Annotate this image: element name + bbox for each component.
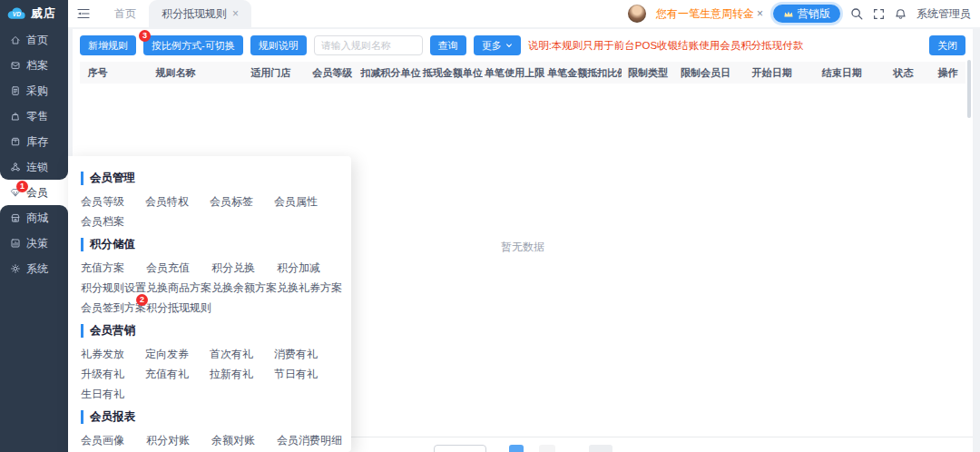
chevron-down-icon — [505, 42, 513, 49]
notice-text[interactable]: 您有一笔生意周转金 — [656, 6, 754, 22]
menu-item-recharge-gift[interactable]: 充值有礼 — [145, 364, 210, 384]
app-logo[interactable]: VD 威店 — [0, 0, 68, 27]
menu-item-points-adjust[interactable]: 积分加减 — [277, 258, 342, 278]
search-icon[interactable] — [850, 7, 863, 20]
sidebar-item-chain[interactable]: 连锁 — [0, 154, 68, 180]
rule-name-search-input[interactable] — [314, 35, 423, 55]
prev-page-button[interactable] — [539, 445, 555, 452]
sidebar-item-label: 系统 — [26, 261, 48, 277]
table-header-cell: 限制类型 — [622, 62, 674, 84]
menu-item-upgrade-gift[interactable]: 升级有礼 — [81, 364, 145, 384]
table-header-cell: 序号 — [80, 62, 115, 84]
menu-item-label: 兑换礼券方案 — [277, 281, 342, 294]
sidebar-item-label: 决策 — [26, 236, 48, 251]
menu-item-points-deduction-rules[interactable]: 2积分抵现规则 — [146, 298, 211, 318]
menu-item-label: 会员属性 — [274, 195, 318, 208]
tab-label: 首页 — [114, 6, 136, 22]
sidebar-item-system[interactable]: 系统 — [0, 256, 68, 281]
bell-icon[interactable] — [895, 8, 906, 20]
menu-item-exchange-coupon-plan[interactable]: 兑换礼券方案 — [277, 278, 342, 298]
flyout-section-title-member-reports: 会员报表 — [81, 410, 338, 424]
menu-item-member-privilege[interactable]: 会员特权 — [145, 192, 210, 211]
menu-item-first-purchase-gift[interactable]: 首次有礼 — [210, 344, 274, 364]
table-header-cell: 扣减积分单位 — [358, 62, 420, 84]
menu-item-member-attribute[interactable]: 会员属性 — [274, 192, 338, 211]
menu-item-label: 会员画像 — [81, 434, 124, 447]
tab-points-deduction-rules[interactable]: 积分抵现规则× — [149, 0, 251, 27]
menu-item-consumption-gift[interactable]: 消费有礼 — [274, 344, 338, 364]
page-size-select[interactable] — [434, 445, 486, 452]
menu-item-member-level[interactable]: 会员等级 — [81, 192, 145, 211]
menu-item-label: 积分对账 — [146, 434, 190, 447]
sidebar-item-inventory[interactable]: 库存 — [0, 129, 68, 154]
menu-item-targeted-coupon[interactable]: 定向发券 — [145, 344, 210, 364]
sidebar-item-home[interactable]: 首页 — [0, 27, 68, 53]
table-header-cell: 限制会员日 — [674, 62, 737, 84]
menu-item-recharge-plan[interactable]: 充值方案 — [81, 258, 146, 278]
table-header-cell: 适用门店 — [236, 62, 306, 84]
table-header-cell: 规则名称 — [115, 62, 236, 84]
menu-item-label: 充值方案 — [81, 261, 124, 274]
close-button[interactable]: 关闭 — [929, 35, 965, 55]
notice-close-icon[interactable]: × — [757, 7, 763, 20]
current-user-label[interactable]: 系统管理员 — [916, 6, 971, 22]
menu-item-coupon-issue[interactable]: 礼券发放 — [81, 344, 145, 364]
sidebar-item-label: 零售 — [26, 109, 48, 124]
archive-icon — [10, 60, 21, 71]
menu-item-points-reconciliation[interactable]: 积分对账 — [146, 430, 211, 450]
header-right-cluster: 您有一笔生意周转金 × 营销版 系统管理员 — [628, 0, 971, 27]
menu-item-exchange-balance-plan[interactable]: 兑换余额方案 — [211, 278, 277, 298]
flyout-section-title-member-management: 会员管理 — [81, 172, 338, 185]
sidebar-item-retail[interactable]: 零售 — [0, 103, 68, 129]
sidebar-lower-block: 商城决策系统 — [0, 205, 68, 452]
sidebar-item-mall[interactable]: 商城 — [0, 205, 68, 231]
menu-item-member-tag[interactable]: 会员标签 — [210, 192, 274, 211]
vertical-scrollbar[interactable] — [967, 60, 971, 118]
purchase-icon — [10, 85, 21, 96]
table-header-cell: 操作 — [930, 62, 965, 84]
tab-bar: 首页积分抵现规则× — [102, 0, 251, 27]
fullscreen-icon[interactable] — [873, 8, 885, 20]
tab-home[interactable]: 首页 — [102, 0, 149, 27]
sidebar-item-archive[interactable]: 档案 — [0, 53, 68, 78]
menu-item-member-archive[interactable]: 会员档案 — [81, 211, 145, 231]
sidebar-item-member[interactable]: 1会员 — [0, 180, 68, 205]
query-button[interactable]: 查询 — [430, 35, 466, 55]
menu-item-points-rule-settings[interactable]: 积分规则设置 — [81, 278, 146, 298]
tab-close-icon[interactable]: × — [232, 8, 239, 19]
app-name: 威店 — [31, 5, 56, 22]
menu-item-referral-gift[interactable]: 拉新有礼 — [210, 364, 274, 384]
menu-item-balance-reconciliation[interactable]: 余额对账 — [211, 430, 277, 450]
mode-switch-button[interactable]: 3 按比例方式-可切换 — [143, 35, 243, 55]
menu-item-label: 首次有礼 — [210, 348, 253, 360]
table-header-cell: 单笔金额抵扣比例 — [545, 62, 622, 84]
menu-item-points-exchange[interactable]: 积分兑换 — [211, 258, 277, 278]
mall-icon — [10, 212, 21, 223]
collapse-menu-icon[interactable] — [77, 8, 90, 19]
sidebar-item-purchase[interactable]: 采购 — [0, 78, 68, 103]
menu-item-label: 礼券发放 — [81, 348, 124, 360]
system-icon — [10, 263, 21, 274]
edition-button[interactable]: 营销版 — [773, 5, 840, 23]
add-rule-button[interactable]: 新增规则 — [80, 35, 136, 55]
rule-description-button[interactable]: 规则说明 — [250, 35, 307, 55]
avatar[interactable] — [628, 5, 646, 23]
top-header: VD 威店 首页积分抵现规则× 您有一笔生意周转金 × 营销版 — [0, 0, 980, 27]
sidebar: 首页档案采购零售库存连锁 1会员 商城决策系统 — [0, 27, 68, 452]
menu-item-member-consumption-detail[interactable]: 会员消费明细 — [277, 430, 342, 450]
sidebar-item-label: 商城 — [26, 211, 48, 226]
table-header-cell: 抵现金额单位 — [421, 62, 483, 84]
more-button[interactable]: 更多 — [474, 35, 521, 55]
flyout-section-title-member-marketing: 会员营销 — [81, 324, 338, 338]
current-page-button[interactable] — [509, 445, 524, 452]
menu-item-label: 定向发券 — [145, 348, 189, 360]
more-label: 更多 — [482, 39, 502, 53]
menu-item-birthday-gift[interactable]: 生日有礼 — [81, 384, 145, 404]
menu-item-member-profile[interactable]: 会员画像 — [81, 430, 146, 450]
menu-item-festival-gift[interactable]: 节日有礼 — [274, 364, 338, 384]
menu-item-label: 兑换余额方案 — [211, 281, 277, 294]
page-jump-box[interactable] — [589, 445, 612, 452]
sidebar-item-decision[interactable]: 决策 — [0, 231, 68, 256]
menu-item-exchange-goods-plan[interactable]: 兑换商品方案 — [146, 278, 211, 298]
menu-item-member-recharge[interactable]: 会员充值 — [146, 258, 211, 278]
